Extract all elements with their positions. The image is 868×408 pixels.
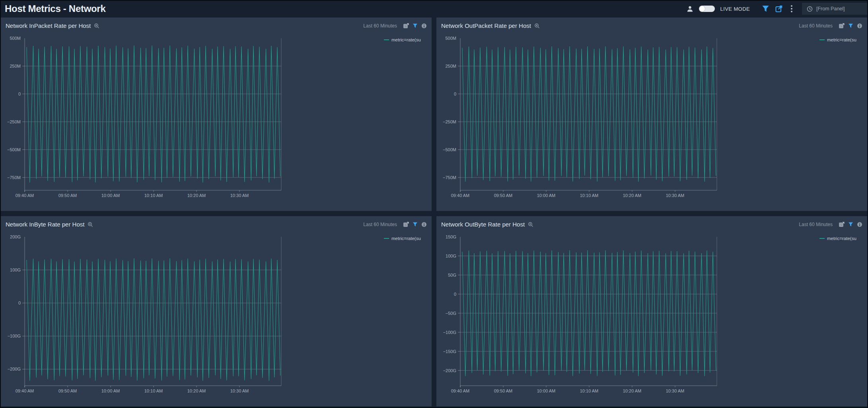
filter-icon[interactable]	[762, 5, 769, 13]
svg-text:−750M: −750M	[7, 175, 21, 180]
panel-title: Network OutByte Rate per Host	[441, 221, 525, 228]
open-in-new-icon[interactable]	[403, 23, 409, 29]
svg-text:−500M: −500M	[7, 147, 21, 152]
chart-canvas[interactable]: 200G100G0−100G−200G09:40 AM09:50 AM10:00…	[1, 216, 432, 406]
chart-canvas[interactable]: 500M250M0−250M−500M−750M09:40 AM09:50 AM…	[1, 18, 432, 211]
svg-text:10:20 AM: 10:20 AM	[187, 193, 206, 198]
svg-text:−100G: −100G	[8, 334, 21, 338]
dashboard-app: Host Metrics - Network LIVE MODE	[0, 0, 868, 408]
svg-text:09:50 AM: 09:50 AM	[494, 388, 512, 393]
live-mode-label: LIVE MODE	[720, 6, 750, 12]
svg-text:500M: 500M	[445, 36, 456, 41]
toggle-knob	[699, 6, 705, 12]
panel-time-range: Last 60 Minutes	[799, 23, 833, 29]
zoom-icon[interactable]	[528, 222, 533, 227]
svg-text:500M: 500M	[10, 36, 21, 41]
svg-text:0: 0	[454, 92, 456, 96]
svg-text:150G: 150G	[446, 234, 456, 239]
clock-icon	[807, 6, 813, 12]
svg-text:09:40 AM: 09:40 AM	[451, 388, 469, 393]
info-icon[interactable]	[421, 222, 427, 227]
svg-text:200G: 200G	[10, 234, 21, 239]
svg-text:−100G: −100G	[443, 330, 456, 335]
panel-network-inbyte: Network InByte Rate per Host Last 60 Min…	[1, 216, 432, 406]
svg-text:100G: 100G	[446, 254, 456, 258]
info-icon[interactable]	[857, 23, 862, 29]
svg-text:10:00 AM: 10:00 AM	[537, 193, 555, 198]
panel-network-outpacket: Network OutPacket Rate per Host Last 60 …	[436, 18, 867, 211]
svg-text:09:40 AM: 09:40 AM	[16, 388, 34, 393]
user-icon[interactable]	[687, 6, 693, 12]
panel-header: Network OutByte Rate per Host Last 60 Mi…	[436, 216, 867, 228]
chart-legend: metric=rate(su	[819, 236, 867, 241]
svg-text:−250M: −250M	[443, 119, 456, 124]
dashboard-title: Host Metrics - Network	[5, 3, 105, 14]
svg-text:10:30 AM: 10:30 AM	[666, 388, 684, 393]
svg-text:10:30 AM: 10:30 AM	[666, 193, 684, 198]
svg-text:10:30 AM: 10:30 AM	[230, 193, 249, 198]
svg-text:10:00 AM: 10:00 AM	[101, 388, 120, 393]
panel-header: Network OutPacket Rate per Host Last 60 …	[436, 18, 867, 29]
chart-canvas[interactable]: 150G100G50G0−50G−100G−150G−200G09:40 AM0…	[436, 216, 867, 406]
svg-text:−750M: −750M	[443, 175, 456, 180]
open-in-new-icon[interactable]	[839, 221, 845, 227]
svg-text:100G: 100G	[10, 267, 21, 272]
legend-label[interactable]: metric=rate(su	[391, 37, 421, 42]
svg-text:−50G: −50G	[446, 311, 456, 316]
panel-header: Network InByte Rate per Host Last 60 Min…	[1, 216, 432, 228]
zoom-icon[interactable]	[534, 23, 540, 29]
svg-text:0: 0	[454, 292, 456, 297]
svg-text:10:10 AM: 10:10 AM	[144, 193, 163, 198]
svg-text:10:10 AM: 10:10 AM	[580, 193, 598, 198]
chart-legend: metric=rate(su	[384, 236, 432, 241]
share-icon[interactable]	[775, 5, 783, 13]
time-range-picker[interactable]: [From Panel]	[802, 3, 867, 15]
chart-legend: metric=rate(su	[384, 37, 432, 42]
svg-text:250M: 250M	[445, 64, 456, 68]
legend-swatch	[384, 238, 389, 239]
svg-text:10:20 AM: 10:20 AM	[623, 193, 641, 198]
svg-text:−150G: −150G	[443, 349, 456, 354]
zoom-icon[interactable]	[88, 222, 93, 227]
panel-filter-icon[interactable]	[413, 23, 418, 29]
chart-legend: metric=rate(su	[819, 37, 867, 42]
panel-time-range: Last 60 Minutes	[363, 23, 397, 29]
live-mode-toggle[interactable]	[699, 6, 715, 12]
dashboard-header: Host Metrics - Network LIVE MODE	[1, 1, 867, 17]
svg-text:10:30 AM: 10:30 AM	[230, 388, 249, 393]
svg-text:10:10 AM: 10:10 AM	[144, 388, 163, 393]
open-in-new-icon[interactable]	[403, 221, 409, 227]
time-range-value: [From Panel]	[816, 6, 845, 12]
panel-time-range: Last 60 Minutes	[363, 222, 397, 227]
legend-label[interactable]: metric=rate(su	[827, 37, 856, 42]
panel-filter-icon[interactable]	[413, 222, 418, 227]
panel-title: Network OutPacket Rate per Host	[441, 22, 531, 29]
svg-text:09:50 AM: 09:50 AM	[494, 193, 512, 198]
info-icon[interactable]	[857, 222, 862, 227]
info-icon[interactable]	[421, 23, 427, 29]
panel-title: Network InPacket Rate per Host	[6, 22, 91, 29]
open-in-new-icon[interactable]	[839, 23, 845, 29]
svg-text:−500M: −500M	[443, 147, 456, 152]
svg-text:0: 0	[18, 301, 21, 305]
panel-filter-icon[interactable]	[848, 23, 853, 29]
svg-text:10:00 AM: 10:00 AM	[101, 193, 120, 198]
chart-canvas[interactable]: 500M250M0−250M−500M−750M09:40 AM09:50 AM…	[436, 18, 867, 211]
svg-text:−200G: −200G	[8, 367, 21, 371]
svg-text:10:00 AM: 10:00 AM	[537, 388, 555, 393]
legend-swatch	[384, 39, 389, 40]
svg-text:10:20 AM: 10:20 AM	[623, 388, 641, 393]
svg-text:250M: 250M	[10, 64, 21, 68]
svg-text:09:50 AM: 09:50 AM	[58, 388, 77, 393]
more-options-icon[interactable]	[788, 4, 795, 13]
svg-text:10:20 AM: 10:20 AM	[187, 388, 206, 393]
panel-time-range: Last 60 Minutes	[799, 222, 833, 227]
svg-text:0: 0	[18, 92, 21, 96]
legend-label[interactable]: metric=rate(su	[827, 236, 856, 241]
panel-filter-icon[interactable]	[848, 222, 853, 227]
zoom-icon[interactable]	[94, 23, 99, 29]
legend-label[interactable]: metric=rate(su	[391, 236, 421, 241]
panel-network-inpacket: Network InPacket Rate per Host Last 60 M…	[1, 18, 432, 211]
panel-header: Network InPacket Rate per Host Last 60 M…	[1, 18, 432, 29]
panel-title: Network InByte Rate per Host	[6, 221, 84, 228]
